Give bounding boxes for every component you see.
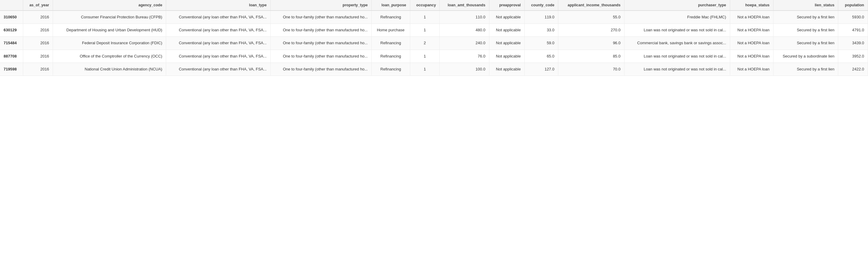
cell-property_type: One to four-family (other than manufactu… bbox=[270, 24, 371, 37]
col-header-purchaser-type: purchaser_type bbox=[624, 0, 730, 10]
cell-loan_purpose: Refinancing bbox=[371, 10, 410, 24]
cell-county_code: 65.0 bbox=[525, 50, 558, 63]
cell-purchaser_type: Loan was not originated or was not sold … bbox=[624, 24, 730, 37]
table-row: 3106502016Consumer Financial Protection … bbox=[0, 10, 868, 24]
cell-lien_status: Secured by a first lien bbox=[773, 63, 838, 75]
col-header-population: population bbox=[838, 0, 868, 10]
col-header-loan-purpose: loan_purpose bbox=[371, 0, 410, 10]
cell-applicant_income_thousands: 96.0 bbox=[558, 37, 624, 50]
col-header-preapproval: preapproval bbox=[489, 0, 525, 10]
col-header-year: as_of_year bbox=[23, 0, 53, 10]
cell-lien_status: Secured by a first lien bbox=[773, 10, 838, 24]
data-table: as_of_year agency_code loan_type propert… bbox=[0, 0, 868, 76]
cell-id: 310650 bbox=[0, 10, 23, 24]
cell-loan_type: Conventional (any loan other than FHA, V… bbox=[166, 50, 271, 63]
cell-id: 887708 bbox=[0, 50, 23, 63]
cell-loan_type: Conventional (any loan other than FHA, V… bbox=[166, 10, 271, 24]
cell-population: 2422.0 bbox=[838, 63, 868, 75]
cell-applicant_income_thousands: 270.0 bbox=[558, 24, 624, 37]
cell-loan_amt_thousands: 76.0 bbox=[440, 50, 489, 63]
cell-applicant_income_thousands: 85.0 bbox=[558, 50, 624, 63]
cell-county_code: 119.0 bbox=[525, 10, 558, 24]
cell-preapproval: Not applicable bbox=[489, 37, 525, 50]
cell-hoepa_status: Not a HOEPA loan bbox=[730, 63, 773, 75]
cell-agency_code: Federal Deposit Insurance Corporation (F… bbox=[53, 37, 166, 50]
cell-applicant_income_thousands: 55.0 bbox=[558, 10, 624, 24]
cell-county_code: 33.0 bbox=[525, 24, 558, 37]
cell-loan_type: Conventional (any loan other than FHA, V… bbox=[166, 63, 271, 75]
cell-hoepa_status: Not a HOEPA loan bbox=[730, 50, 773, 63]
cell-lien_status: Secured by a subordinate lien bbox=[773, 50, 838, 63]
cell-occupancy: 1 bbox=[410, 10, 440, 24]
cell-as_of_year: 2016 bbox=[23, 24, 53, 37]
cell-loan_amt_thousands: 480.0 bbox=[440, 24, 489, 37]
col-header-agency: agency_code bbox=[53, 0, 166, 10]
cell-preapproval: Not applicable bbox=[489, 10, 525, 24]
cell-county_code: 127.0 bbox=[525, 63, 558, 75]
table-row: 7195982016National Credit Union Administ… bbox=[0, 63, 868, 75]
cell-loan_amt_thousands: 240.0 bbox=[440, 37, 489, 50]
cell-property_type: One to four-family (other than manufactu… bbox=[270, 37, 371, 50]
cell-loan_type: Conventional (any loan other than FHA, V… bbox=[166, 24, 271, 37]
cell-property_type: One to four-family (other than manufactu… bbox=[270, 50, 371, 63]
cell-population: 3439.0 bbox=[838, 37, 868, 50]
cell-loan_purpose: Refinancing bbox=[371, 50, 410, 63]
cell-purchaser_type: Loan was not originated or was not sold … bbox=[624, 63, 730, 75]
cell-id: 715484 bbox=[0, 37, 23, 50]
cell-property_type: One to four-family (other than manufactu… bbox=[270, 63, 371, 75]
cell-agency_code: National Credit Union Administration (NC… bbox=[53, 63, 166, 75]
cell-applicant_income_thousands: 70.0 bbox=[558, 63, 624, 75]
cell-preapproval: Not applicable bbox=[489, 50, 525, 63]
cell-property_type: One to four-family (other than manufactu… bbox=[270, 10, 371, 24]
cell-hoepa_status: Not a HOEPA loan bbox=[730, 37, 773, 50]
cell-population: 4791.0 bbox=[838, 24, 868, 37]
cell-lien_status: Secured by a first lien bbox=[773, 24, 838, 37]
col-header-loan-amt: loan_amt_thousands bbox=[440, 0, 489, 10]
cell-occupancy: 2 bbox=[410, 37, 440, 50]
cell-hoepa_status: Not a HOEPA loan bbox=[730, 24, 773, 37]
cell-population: 3952.0 bbox=[838, 50, 868, 63]
cell-as_of_year: 2016 bbox=[23, 10, 53, 24]
cell-preapproval: Not applicable bbox=[489, 24, 525, 37]
cell-occupancy: 1 bbox=[410, 63, 440, 75]
cell-population: 5930.0 bbox=[838, 10, 868, 24]
col-header-county: county_code bbox=[525, 0, 558, 10]
col-header-occupancy: occupancy bbox=[410, 0, 440, 10]
cell-id: 630129 bbox=[0, 24, 23, 37]
cell-as_of_year: 2016 bbox=[23, 63, 53, 75]
cell-as_of_year: 2016 bbox=[23, 37, 53, 50]
cell-loan_amt_thousands: 100.0 bbox=[440, 63, 489, 75]
col-header-hoepa: hoepa_status bbox=[730, 0, 773, 10]
cell-agency_code: Consumer Financial Protection Bureau (CF… bbox=[53, 10, 166, 24]
table-row: 8877082016Office of the Comptroller of t… bbox=[0, 50, 868, 63]
cell-lien_status: Secured by a first lien bbox=[773, 37, 838, 50]
cell-agency_code: Office of the Comptroller of the Currenc… bbox=[53, 50, 166, 63]
cell-as_of_year: 2016 bbox=[23, 50, 53, 63]
cell-loan_amt_thousands: 110.0 bbox=[440, 10, 489, 24]
table-row: 6301292016Department of Housing and Urba… bbox=[0, 24, 868, 37]
cell-purchaser_type: Commercial bank, savings bank or savings… bbox=[624, 37, 730, 50]
col-header-loan-type: loan_type bbox=[166, 0, 271, 10]
cell-purchaser_type: Loan was not originated or was not sold … bbox=[624, 50, 730, 63]
cell-loan_purpose: Home purchase bbox=[371, 24, 410, 37]
cell-loan_purpose: Refinancing bbox=[371, 37, 410, 50]
col-header-id bbox=[0, 0, 23, 10]
cell-purchaser_type: Freddie Mac (FHLMC) bbox=[624, 10, 730, 24]
col-header-lien: lien_status bbox=[773, 0, 838, 10]
cell-hoepa_status: Not a HOEPA loan bbox=[730, 10, 773, 24]
cell-occupancy: 1 bbox=[410, 50, 440, 63]
cell-occupancy: 1 bbox=[410, 24, 440, 37]
table-row: 7154842016Federal Deposit Insurance Corp… bbox=[0, 37, 868, 50]
col-header-property-type: property_type bbox=[270, 0, 371, 10]
table-header-row: as_of_year agency_code loan_type propert… bbox=[0, 0, 868, 10]
cell-agency_code: Department of Housing and Urban Developm… bbox=[53, 24, 166, 37]
cell-loan_purpose: Refinancing bbox=[371, 63, 410, 75]
cell-id: 719598 bbox=[0, 63, 23, 75]
cell-county_code: 59.0 bbox=[525, 37, 558, 50]
cell-loan_type: Conventional (any loan other than FHA, V… bbox=[166, 37, 271, 50]
col-header-income: applicant_income_thousands bbox=[558, 0, 624, 10]
cell-preapproval: Not applicable bbox=[489, 63, 525, 75]
